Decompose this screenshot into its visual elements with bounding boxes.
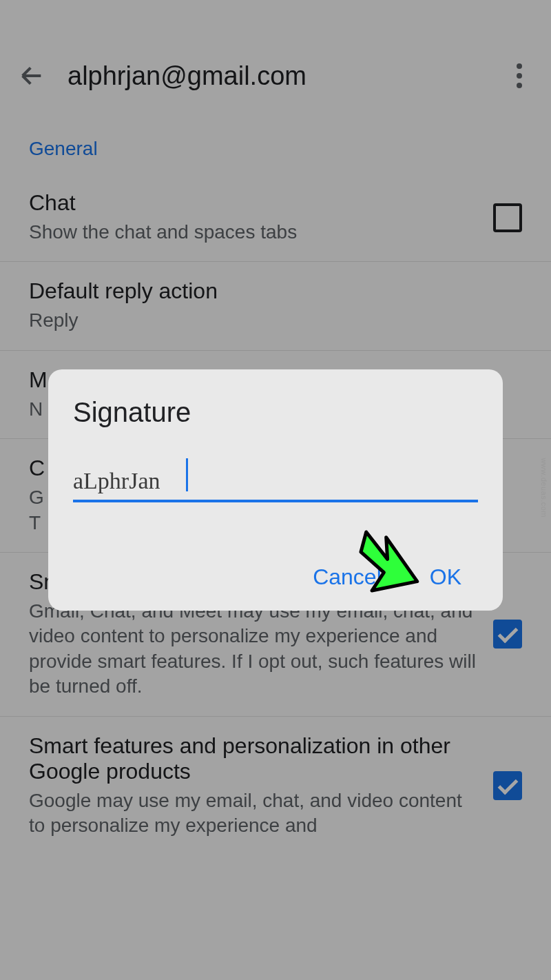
signature-dialog: Signature Cancel OK [48, 369, 503, 611]
watermark: www.deuas.com [540, 458, 548, 518]
text-caret [186, 458, 188, 491]
modal-scrim[interactable]: Signature Cancel OK [0, 0, 551, 980]
dialog-title: Signature [73, 397, 478, 428]
ok-button[interactable]: OK [430, 564, 461, 590]
signature-input[interactable] [73, 462, 478, 502]
cancel-button[interactable]: Cancel [313, 564, 382, 590]
